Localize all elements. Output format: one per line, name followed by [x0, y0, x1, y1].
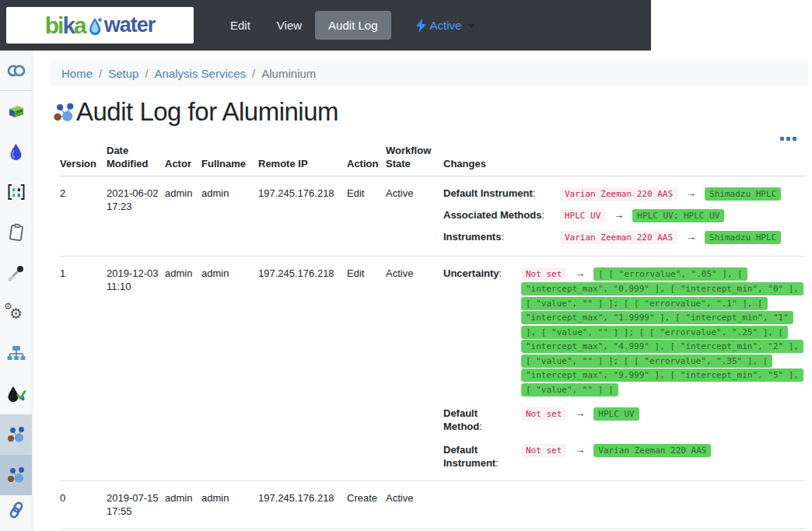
new-value-badge: HPLC UV; HPLC UV — [632, 209, 724, 222]
molecule-icon — [52, 101, 76, 124]
sidebar-item-reports[interactable] — [0, 212, 32, 253]
content-actions: Edit View Audit Log — [217, 11, 391, 40]
content-area: Home / Setup / Analysis Services / Alumi… — [51, 51, 809, 529]
old-value-badge: Not set — [521, 267, 566, 281]
cell-remote-ip: 197.245.176.218 — [258, 481, 347, 529]
cell-action: Create — [347, 481, 386, 529]
cell-workflow-state: Active — [386, 176, 443, 256]
cell-changes — [443, 481, 805, 529]
sidebar-item-link[interactable] — [0, 495, 32, 519]
old-value-badge: Not set — [521, 444, 566, 457]
breadcrumb: Home / Setup / Analysis Services / Alumi… — [51, 61, 809, 86]
change-label: Instruments — [443, 230, 560, 243]
water-drop-icon — [89, 16, 102, 35]
molecule-icon — [6, 425, 26, 444]
cell-fullname: admin — [201, 481, 258, 529]
new-value-badge: HPLC UV — [593, 407, 639, 421]
cell-version: 1 — [60, 257, 107, 480]
old-value-badge: Not set — [521, 407, 566, 421]
sidebar-item-analysis-services[interactable] — [0, 414, 32, 455]
change-entry: Instruments Varian Zeeman 220 AAS→Shimad… — [443, 230, 799, 245]
change-label: Associated Methods — [443, 208, 560, 222]
cell-remote-ip: 197.245.176.218 — [258, 176, 347, 256]
cell-version: 2 — [60, 176, 107, 256]
audit-log-table: Version Date Modified Actor Fullname Rem… — [60, 144, 805, 529]
breadcrumb-home[interactable]: Home — [61, 67, 93, 80]
breadcrumb-separator: / — [99, 67, 102, 80]
arrow-right-icon: → — [614, 209, 624, 221]
methods-gear-icon: ⚙ ⚙ — [9, 306, 23, 321]
breadcrumb-separator: / — [252, 67, 255, 80]
lightning-bolt-icon — [416, 19, 426, 33]
change-entry: Default Instrument Varian Zeeman 220 AAS… — [443, 187, 799, 201]
sidebar-item-qc[interactable] — [0, 374, 32, 414]
old-value-badge: Varian Zeeman 220 AAS — [560, 187, 677, 201]
sidebar-toggle[interactable] — [0, 51, 32, 91]
cell-fullname: admin — [201, 257, 258, 480]
clipboard-icon — [8, 223, 25, 242]
bika-water-logo[interactable]: bika water — [6, 7, 194, 44]
new-value-badge: Shimadzu HPLC — [705, 187, 781, 201]
cell-version: 0 — [60, 481, 107, 529]
cell-actor: admin — [165, 257, 201, 480]
col-header-date-modified: Date Modified — [107, 144, 165, 170]
sidebar-item-instruments[interactable] — [0, 334, 32, 374]
table-row: 1 2019-12-03 11:10 admin admin 197.245.1… — [60, 257, 805, 481]
old-value-badge: HPLC UV — [560, 209, 605, 222]
link-icon — [9, 501, 23, 519]
cell-date-modified: 2019-07-15 17:55 — [107, 481, 165, 529]
sidebar-item-clients[interactable] — [0, 91, 32, 131]
top-navbar: bika water Edit View Audit Log Active — [0, 0, 651, 51]
table-header-row: Version Date Modified Actor Fullname Rem… — [60, 144, 805, 176]
nav-edit[interactable]: Edit — [217, 11, 264, 40]
col-header-action: Action — [347, 157, 386, 170]
col-header-version: Version — [60, 157, 107, 170]
change-label: Default Instrument — [443, 187, 560, 200]
new-value-badge: Shimadzu HPLC — [705, 231, 781, 244]
instruments-hierarchy-icon — [7, 345, 26, 362]
cell-changes: Uncertainty Not set→[ [ "errorvalue", ".… — [443, 257, 805, 480]
col-header-remote-ip: Remote IP — [258, 157, 347, 170]
logo-text-water: water — [104, 13, 156, 37]
table-row: 2 2021-06-02 17:23 admin admin 197.245.1… — [60, 176, 805, 257]
new-value-badge: Varian Zeeman 220 AAS — [593, 444, 711, 457]
change-entry: Default Instrument Not set→Varian Zeeman… — [443, 443, 799, 470]
change-label: Uncertainty — [443, 267, 521, 280]
cell-actor: admin — [165, 176, 201, 256]
icon-sidebar: ⚙ ⚙ — [0, 51, 33, 531]
sidebar-item-methods[interactable]: ⚙ ⚙ — [0, 293, 32, 334]
change-label: Default Method — [443, 407, 521, 433]
cell-workflow-state: Active — [386, 257, 443, 480]
arrow-right-icon: → — [686, 187, 696, 199]
molecule-icon — [6, 466, 26, 484]
sidebar-item-worksheets[interactable] — [0, 172, 32, 212]
cell-date-modified: 2019-12-03 11:10 — [107, 257, 165, 480]
arrow-right-icon: → — [575, 407, 585, 419]
nav-view[interactable]: View — [264, 11, 315, 40]
change-entry: Associated Methods HPLC UV→HPLC UV; HPLC… — [443, 208, 799, 223]
sidebar-item-analysis-services-selected[interactable] — [0, 455, 32, 495]
arrow-right-icon: → — [575, 267, 585, 279]
col-header-actor: Actor — [165, 157, 201, 170]
breadcrumb-setup[interactable]: Setup — [108, 67, 138, 80]
cell-fullname: admin — [201, 176, 258, 256]
pipette-icon — [8, 264, 25, 281]
sidebar-item-pipette[interactable] — [0, 253, 32, 293]
logo-text-bika: bika — [45, 12, 86, 39]
col-header-workflow-state: Workflow State — [386, 144, 443, 170]
cell-action: Edit — [347, 176, 386, 256]
cell-workflow-state: Active — [386, 481, 443, 529]
toggle-icon — [7, 65, 26, 77]
chevron-down-icon — [467, 24, 475, 28]
page-header: Audit Log for Aluminium — [52, 97, 809, 127]
cell-date-modified: 2021-06-02 17:23 — [107, 176, 165, 256]
breadcrumb-analysis-services[interactable]: Analysis Services — [155, 67, 247, 80]
old-value-badge: Varian Zeeman 220 AAS — [560, 231, 677, 244]
qc-drop-check-icon — [6, 385, 26, 403]
arrow-right-icon: → — [686, 231, 696, 243]
workflow-status-dropdown[interactable]: Active — [416, 19, 476, 33]
arrow-right-icon: → — [575, 444, 585, 456]
ellipsis-menu-icon[interactable] — [777, 134, 800, 144]
sidebar-item-samples[interactable] — [0, 131, 32, 172]
nav-audit-log-active[interactable]: Audit Log — [315, 11, 390, 40]
